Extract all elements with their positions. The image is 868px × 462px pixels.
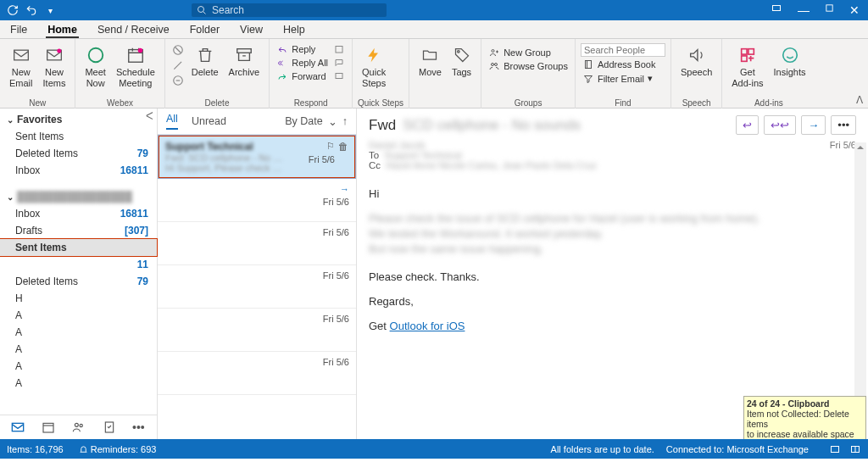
- folder-item[interactable]: Sent Items: [0, 239, 157, 256]
- collapse-folders-icon[interactable]: ᐸ: [146, 110, 153, 122]
- tab-home[interactable]: Home: [46, 24, 79, 38]
- folder-item[interactable]: 11: [0, 256, 157, 273]
- schedule-meeting-button[interactable]: Schedule Meeting: [112, 42, 159, 90]
- tab-help[interactable]: Help: [281, 24, 307, 38]
- search-people-input[interactable]: [581, 43, 665, 57]
- ribbon-group-speech: Speech Speech: [671, 39, 722, 109]
- message-list: All Unread By Date ⌄ ↑ Support Technical…: [158, 109, 357, 439]
- folder-item[interactable]: A: [0, 307, 157, 324]
- folder-sent-items[interactable]: Sent Items: [0, 128, 157, 145]
- folder-item[interactable]: A: [0, 341, 157, 358]
- flag-icon[interactable]: ⚐: [326, 141, 335, 152]
- folder-item[interactable]: A: [0, 358, 157, 375]
- account-header[interactable]: ⌄████████████████: [0, 186, 157, 205]
- search-input[interactable]: [212, 4, 381, 16]
- new-email-button[interactable]: New Email: [5, 42, 37, 90]
- close-icon[interactable]: ✕: [849, 3, 860, 17]
- folder-item[interactable]: H: [0, 290, 157, 307]
- calendar-nav-icon[interactable]: [41, 420, 56, 434]
- mail-icon[interactable]: [10, 420, 25, 434]
- cleanup-button[interactable]: [170, 58, 186, 72]
- email-date: Fri 5/6: [830, 140, 856, 170]
- tab-unread[interactable]: Unread: [192, 115, 226, 127]
- junk-button[interactable]: [170, 74, 186, 87]
- ribbon-collapse-icon[interactable]: ᐱ: [856, 94, 863, 106]
- svg-point-0: [198, 7, 204, 13]
- delete-item-icon[interactable]: 🗑: [338, 141, 348, 173]
- delete-button[interactable]: Delete: [187, 42, 223, 80]
- message-list-item[interactable]: Fri 5/6: [158, 222, 356, 265]
- filter-email-button[interactable]: Filter Email ▾: [581, 72, 665, 85]
- tab-folder[interactable]: Folder: [188, 24, 221, 38]
- message-list-item[interactable]: Fri 5/6: [158, 352, 356, 395]
- reply-button[interactable]: Reply: [275, 43, 330, 55]
- view-reading-icon[interactable]: [849, 444, 861, 454]
- more-respond-button[interactable]: [331, 70, 347, 82]
- move-button[interactable]: Move: [415, 42, 446, 80]
- reminders-count[interactable]: Reminders: 693: [79, 444, 157, 454]
- tab-send-receive[interactable]: Send / Receive: [96, 24, 171, 38]
- lightning-icon: [365, 43, 382, 67]
- favorites-header[interactable]: ⌄Favorites: [0, 109, 157, 128]
- more-nav-icon[interactable]: •••: [132, 420, 145, 434]
- new-items-button[interactable]: New Items: [39, 42, 70, 90]
- folder-inbox[interactable]: Inbox16811: [0, 162, 157, 179]
- message-list-item[interactable]: Fri 5/6: [158, 309, 356, 352]
- address-book-button[interactable]: Address Book: [581, 58, 665, 70]
- message-list-item[interactable]: Support Technical Fwd: SCD cellphone - N…: [158, 135, 356, 179]
- folder-deleted-items[interactable]: Deleted Items79: [0, 145, 157, 162]
- view-normal-icon[interactable]: [829, 444, 841, 454]
- im-button[interactable]: [331, 57, 347, 69]
- ignore-button[interactable]: [170, 43, 186, 57]
- forward-action[interactable]: →: [801, 115, 826, 135]
- outlook-ios-link[interactable]: Outlook for iOS: [390, 320, 465, 332]
- browse-groups-button[interactable]: Browse Groups: [487, 60, 570, 72]
- folder-item[interactable]: Inbox16811: [0, 205, 157, 222]
- speech-button[interactable]: Speech: [676, 42, 716, 80]
- archive-icon: [235, 43, 253, 67]
- group-label: Delete: [170, 98, 264, 109]
- message-list-item[interactable]: Fri 5/6: [158, 265, 356, 309]
- search-box[interactable]: [192, 3, 387, 17]
- new-group-button[interactable]: New Group: [487, 47, 570, 58]
- qat-dropdown-icon[interactable]: ▾: [44, 4, 56, 16]
- sort-by-date[interactable]: By Date ⌄ ↑: [285, 115, 348, 128]
- more-icon: [333, 71, 345, 81]
- insights-button[interactable]: Insights: [770, 42, 810, 80]
- ribbon-display-icon[interactable]: [771, 3, 782, 17]
- archive-button[interactable]: Archive: [225, 42, 264, 80]
- from-field: Daniel Jacob: [369, 140, 597, 150]
- reply-action[interactable]: ↩: [736, 115, 759, 135]
- reply-all-button[interactable]: Reply All: [275, 57, 330, 69]
- tab-view[interactable]: View: [238, 24, 264, 38]
- people-nav-icon[interactable]: [71, 420, 86, 434]
- reply-all-action[interactable]: ↩↩: [764, 115, 796, 135]
- people-icon: [488, 61, 500, 71]
- sort-asc-icon: ↑: [342, 115, 348, 127]
- reading-scrollbar[interactable]: [854, 142, 866, 431]
- meeting-button[interactable]: [331, 43, 347, 55]
- quick-steps-button[interactable]: Quick Steps: [358, 42, 390, 90]
- maximize-icon[interactable]: [825, 3, 834, 17]
- more-actions[interactable]: •••: [831, 115, 856, 135]
- tab-file[interactable]: File: [8, 24, 29, 38]
- folder-item[interactable]: A: [0, 375, 157, 392]
- sync-icon[interactable]: [7, 4, 19, 16]
- folder-item[interactable]: A: [0, 324, 157, 341]
- tab-all[interactable]: All: [166, 113, 178, 130]
- svg-point-6: [88, 48, 103, 63]
- ignore-icon: [172, 44, 184, 56]
- message-list-item[interactable]: →Fri 5/6: [158, 179, 356, 222]
- folder-item[interactable]: Deleted Items79: [0, 273, 157, 290]
- tags-button[interactable]: Tags: [448, 42, 476, 80]
- tag-icon: [453, 43, 471, 67]
- book-icon: [582, 59, 594, 70]
- tasks-nav-icon[interactable]: [102, 420, 117, 434]
- minimize-icon[interactable]: —: [798, 3, 810, 17]
- forward-button[interactable]: Forward: [275, 70, 330, 82]
- read-aloud-icon: [687, 43, 706, 67]
- folder-item[interactable]: Drafts[307]: [0, 222, 157, 239]
- undo-icon[interactable]: [25, 4, 37, 16]
- meet-now-button[interactable]: Meet Now: [81, 42, 109, 90]
- get-addins-button[interactable]: Get Add-ins: [727, 42, 767, 90]
